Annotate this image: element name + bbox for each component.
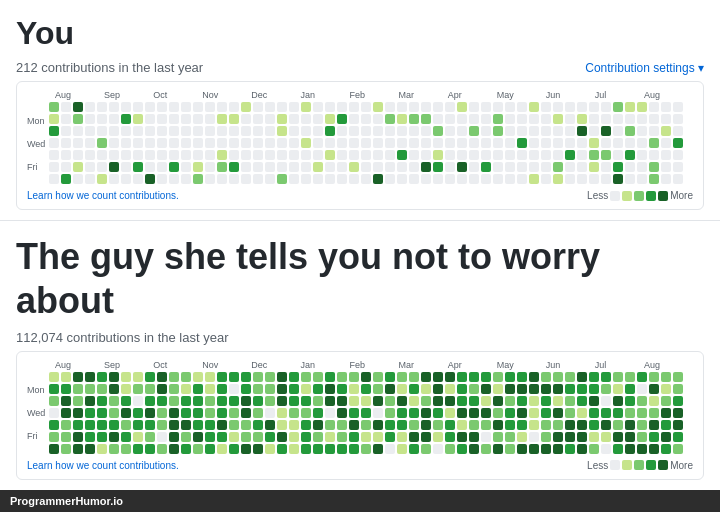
contribution-cell — [589, 372, 599, 382]
contribution-cell — [589, 432, 599, 442]
contribution-cell — [301, 444, 311, 454]
month-label: May — [497, 90, 546, 100]
contribution-cell — [625, 114, 635, 124]
contribution-cell — [157, 150, 167, 160]
contribution-cell — [649, 102, 659, 112]
contribution-cell — [121, 102, 131, 112]
contribution-cell — [49, 384, 59, 394]
contribution-cell — [349, 444, 359, 454]
contribution-cell — [157, 372, 167, 382]
contribution-cell — [433, 150, 443, 160]
contribution-cell — [625, 396, 635, 406]
week-col — [157, 102, 167, 184]
contribution-cell — [613, 114, 623, 124]
contribution-cell — [193, 384, 203, 394]
month-label: Jun — [546, 360, 595, 370]
contribution-cell — [253, 444, 263, 454]
week-col — [49, 372, 59, 454]
contribution-cell — [97, 102, 107, 112]
contribution-cell — [349, 384, 359, 394]
contribution-cell — [565, 150, 575, 160]
contribution-cell — [241, 372, 251, 382]
contribution-cell — [505, 138, 515, 148]
contribution-cell — [373, 384, 383, 394]
contribution-cell — [217, 372, 227, 382]
contribution-cell — [277, 114, 287, 124]
learn-link-2[interactable]: Learn how we count contributions. — [27, 460, 179, 471]
contribution-cell — [361, 114, 371, 124]
week-col — [85, 372, 95, 454]
contribution-cell — [313, 444, 323, 454]
month-label: Mar — [399, 90, 448, 100]
week-col — [265, 372, 275, 454]
contribution-cell — [589, 138, 599, 148]
legend-more-label-2: More — [670, 460, 693, 471]
contribution-cell — [445, 126, 455, 136]
contribution-cell — [49, 150, 59, 160]
contribution-settings[interactable]: Contribution settings ▾ — [585, 61, 704, 75]
week-col — [493, 102, 503, 184]
contribution-cell — [361, 444, 371, 454]
week-col — [349, 102, 359, 184]
contribution-cell — [613, 138, 623, 148]
week-col — [61, 102, 71, 184]
contribution-cell — [73, 408, 83, 418]
contribution-cell — [649, 174, 659, 184]
contribution-cell — [589, 174, 599, 184]
contribution-cell — [457, 162, 467, 172]
contribution-cell — [49, 174, 59, 184]
contribution-cell — [109, 432, 119, 442]
day-label — [27, 127, 45, 138]
section-you-title: You — [16, 14, 704, 52]
contribution-cell — [445, 432, 455, 442]
month-label: Nov — [202, 360, 251, 370]
contribution-cell — [589, 102, 599, 112]
contribution-cell — [649, 384, 659, 394]
contribution-cell — [601, 138, 611, 148]
graph-body-2: MonWedFri — [27, 372, 693, 454]
contribution-cell — [661, 150, 671, 160]
week-col — [301, 372, 311, 454]
week-col — [601, 372, 611, 454]
week-col — [193, 102, 203, 184]
contribution-cell — [61, 408, 71, 418]
contribution-cell — [325, 126, 335, 136]
contribution-cell — [385, 432, 395, 442]
contribution-cell — [85, 138, 95, 148]
contribution-cell — [277, 138, 287, 148]
contribution-cell — [301, 138, 311, 148]
contribution-cell — [565, 420, 575, 430]
contribution-cell — [349, 162, 359, 172]
learn-link-1[interactable]: Learn how we count contributions. — [27, 190, 179, 201]
day-label — [27, 150, 45, 161]
contribution-cell — [349, 102, 359, 112]
contribution-cell — [649, 396, 659, 406]
contribution-cell — [493, 174, 503, 184]
contribution-cell — [541, 162, 551, 172]
contribution-cell — [265, 396, 275, 406]
week-col — [337, 372, 347, 454]
contribution-cell — [457, 102, 467, 112]
week-col — [313, 102, 323, 184]
contribution-cell — [169, 102, 179, 112]
contribution-cell — [265, 372, 275, 382]
week-col — [289, 372, 299, 454]
contribution-cell — [169, 408, 179, 418]
week-col — [205, 102, 215, 184]
contribution-cell — [145, 162, 155, 172]
contribution-cell — [61, 384, 71, 394]
contribution-cell — [637, 162, 647, 172]
month-label: Apr — [448, 360, 497, 370]
contribution-cell — [505, 114, 515, 124]
contribution-cell — [517, 408, 527, 418]
contribution-cell — [397, 420, 407, 430]
week-col — [649, 102, 659, 184]
contribution-cell — [601, 384, 611, 394]
contribution-cell — [517, 150, 527, 160]
contribution-cell — [565, 102, 575, 112]
contribution-cell — [301, 174, 311, 184]
month-label: Oct — [153, 360, 202, 370]
contribution-cell — [397, 396, 407, 406]
contribution-cell — [121, 138, 131, 148]
contribution-cell — [169, 126, 179, 136]
